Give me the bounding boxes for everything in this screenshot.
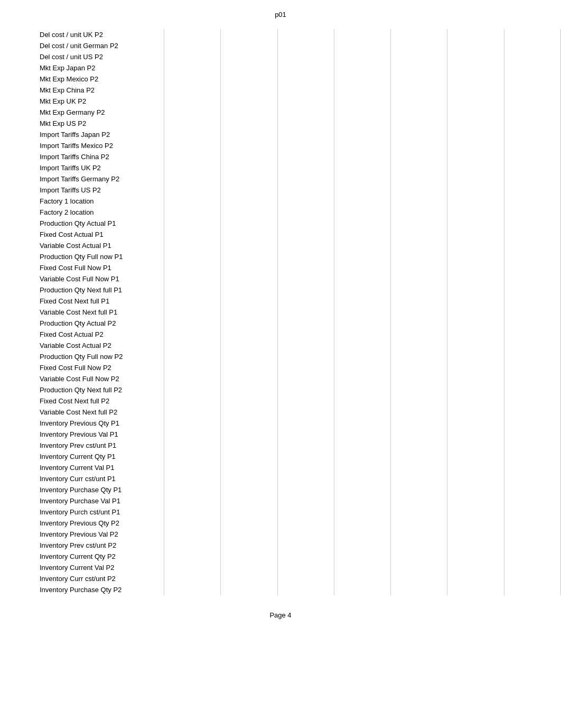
cell bbox=[221, 518, 277, 529]
cell bbox=[391, 262, 447, 273]
cell bbox=[278, 29, 334, 40]
columns-area bbox=[164, 29, 561, 595]
cell bbox=[504, 240, 560, 251]
cell bbox=[391, 440, 447, 451]
cell bbox=[164, 62, 220, 73]
cell bbox=[334, 329, 390, 340]
cell bbox=[278, 162, 334, 173]
cell bbox=[221, 440, 277, 451]
column-col3 bbox=[278, 29, 334, 595]
row-label: Inventory Previous Val P1 bbox=[40, 429, 164, 440]
cell bbox=[447, 440, 503, 451]
cell bbox=[221, 29, 277, 40]
row-label: Fixed Cost Next full P1 bbox=[40, 296, 164, 307]
row-label: Variable Cost Next full P1 bbox=[40, 307, 164, 318]
cell bbox=[164, 429, 220, 440]
row-label: Mkt Exp Mexico P2 bbox=[40, 73, 164, 85]
cell bbox=[391, 251, 447, 262]
cell bbox=[278, 462, 334, 473]
page-footer: Page 4 bbox=[0, 601, 561, 630]
cell bbox=[504, 429, 560, 440]
cell bbox=[164, 318, 220, 329]
cell bbox=[391, 284, 447, 296]
cell bbox=[164, 129, 220, 140]
cell bbox=[278, 584, 334, 595]
cell bbox=[334, 151, 390, 162]
row-labels: Del cost / unit UK P2Del cost / unit Ger… bbox=[0, 29, 164, 595]
cell bbox=[504, 284, 560, 296]
cell bbox=[164, 518, 220, 529]
cell bbox=[334, 207, 390, 218]
cell bbox=[447, 584, 503, 595]
row-label: Del cost / unit UK P2 bbox=[40, 29, 164, 40]
cell bbox=[221, 296, 277, 307]
cell bbox=[164, 418, 220, 429]
cell bbox=[504, 329, 560, 340]
cell bbox=[221, 407, 277, 418]
cell bbox=[278, 307, 334, 318]
cell bbox=[504, 340, 560, 351]
cell bbox=[278, 73, 334, 85]
cell bbox=[504, 473, 560, 484]
cell bbox=[391, 107, 447, 118]
cell bbox=[334, 362, 390, 373]
cell bbox=[391, 407, 447, 418]
cell bbox=[504, 296, 560, 307]
cell bbox=[221, 73, 277, 85]
cell bbox=[391, 96, 447, 107]
cell bbox=[391, 296, 447, 307]
row-label: Production Qty Actual P2 bbox=[40, 318, 164, 329]
cell bbox=[447, 262, 503, 273]
row-label: Factory 2 location bbox=[40, 207, 164, 218]
row-label: Inventory Curr cst/unt P1 bbox=[40, 473, 164, 484]
cell bbox=[447, 395, 503, 407]
cell bbox=[221, 118, 277, 129]
cell bbox=[447, 51, 503, 62]
cell bbox=[221, 107, 277, 118]
cell bbox=[391, 29, 447, 40]
row-label: Production Qty Actual P1 bbox=[40, 218, 164, 229]
row-label: Import Tariffs China P2 bbox=[40, 151, 164, 162]
row-label: Import Tariffs Mexico P2 bbox=[40, 140, 164, 151]
cell bbox=[278, 340, 334, 351]
cell bbox=[278, 284, 334, 296]
cell bbox=[278, 118, 334, 129]
cell bbox=[447, 73, 503, 85]
cell bbox=[221, 473, 277, 484]
column-col1 bbox=[164, 29, 221, 595]
cell bbox=[278, 384, 334, 395]
page-label: p01 bbox=[275, 11, 286, 19]
cell bbox=[504, 518, 560, 529]
cell bbox=[221, 340, 277, 351]
cell bbox=[221, 529, 277, 540]
cell bbox=[164, 273, 220, 284]
row-label: Inventory Purch cst/unt P1 bbox=[40, 506, 164, 518]
cell bbox=[278, 140, 334, 151]
cell bbox=[504, 373, 560, 384]
cell bbox=[504, 362, 560, 373]
cell bbox=[391, 573, 447, 584]
row-label: Inventory Prev cst/unt P2 bbox=[40, 540, 164, 551]
cell bbox=[391, 473, 447, 484]
row-label: Fixed Cost Full Now P2 bbox=[40, 362, 164, 373]
cell bbox=[278, 362, 334, 373]
cell bbox=[221, 207, 277, 218]
cell bbox=[391, 140, 447, 151]
cell bbox=[447, 407, 503, 418]
cell bbox=[391, 362, 447, 373]
row-label: Variable Cost Full Now P1 bbox=[40, 273, 164, 284]
row-label: Import Tariffs Germany P2 bbox=[40, 173, 164, 185]
cell bbox=[221, 395, 277, 407]
cell bbox=[278, 40, 334, 51]
cell bbox=[504, 107, 560, 118]
cell bbox=[278, 251, 334, 262]
row-label: Production Qty Next full P2 bbox=[40, 384, 164, 395]
cell bbox=[221, 462, 277, 473]
content-area: Del cost / unit UK P2Del cost / unit Ger… bbox=[0, 24, 561, 601]
cell bbox=[504, 529, 560, 540]
cell bbox=[334, 551, 390, 562]
cell bbox=[504, 551, 560, 562]
cell bbox=[447, 229, 503, 240]
cell bbox=[447, 251, 503, 262]
cell bbox=[164, 207, 220, 218]
